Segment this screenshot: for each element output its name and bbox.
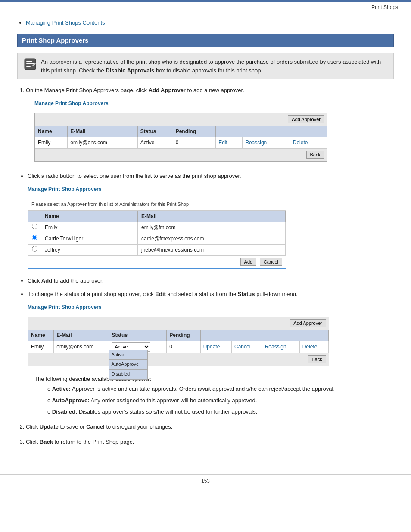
row-email-3: emily@ons.com <box>54 341 109 353</box>
radio-emily[interactable] <box>32 224 37 229</box>
status-list: Active: Approver is active and can take … <box>47 385 394 417</box>
col-actions-3 <box>200 330 328 341</box>
col-pending-3: Pending <box>167 330 200 341</box>
row-name-3: Emily <box>28 341 54 353</box>
svg-rect-4 <box>26 66 31 67</box>
radio-jeffrey[interactable] <box>32 246 37 252</box>
table1-title: Manage Print Shop Approvers <box>34 100 394 108</box>
row-name: Emily <box>35 137 68 148</box>
add-approver-button-1[interactable]: Add Approver <box>288 115 324 123</box>
row-status-edit: Active AutoApprove Disabled Active AutoA… <box>109 341 167 353</box>
status-active: Active: Approver is active and can take … <box>47 385 394 394</box>
row-reassign: Reassign <box>243 137 290 148</box>
table3-footer: Back <box>28 353 329 366</box>
add-approver-button-3[interactable]: Add Approver <box>290 319 326 327</box>
row-delete: Delete <box>290 137 327 148</box>
status-description: The following describe available status … <box>34 376 394 417</box>
col-name-2: Name <box>41 211 138 222</box>
row-email: jnebe@fmexpressions.com <box>137 245 285 256</box>
table2-note: Please select an Approver from this list… <box>28 199 286 211</box>
col-status: Status <box>137 126 173 137</box>
row-cancel: Cancel <box>232 341 262 353</box>
dropdown-option-autoapprove[interactable]: AutoApprove <box>109 360 147 370</box>
page-number: 153 <box>201 478 210 484</box>
status-dropdown[interactable]: Active AutoApprove Disabled <box>112 343 150 350</box>
breadcrumb-link[interactable]: Managing Print Shops Contents <box>26 19 105 26</box>
page-footer: 153 <box>0 474 411 488</box>
row-delete-3: Delete <box>299 341 328 353</box>
step-3: Click Back to return to the Print Shop p… <box>26 438 394 447</box>
section-header: Print Shop Approvers <box>17 34 394 47</box>
col-pending: Pending <box>173 126 215 137</box>
row-email: emily@fm.com <box>137 222 285 233</box>
table1-footer: Back <box>35 149 327 161</box>
table3-title: Manage Print Shop Approvers <box>28 303 394 311</box>
table-row: Carrie Terwilliger carrie@fmexpressions.… <box>28 233 286 244</box>
col-radio <box>28 211 41 222</box>
row-reassign-3: Reassign <box>262 341 299 353</box>
svg-rect-1 <box>26 61 32 62</box>
info-box: An approver is a representative of the p… <box>17 53 394 79</box>
steps-list: On the Manage Print Shop Approvers page,… <box>26 86 394 165</box>
row-email: emily@ons.com <box>68 137 137 148</box>
add-button[interactable]: Add <box>240 258 257 266</box>
header-title: Print Shops <box>371 4 398 10</box>
table-row: Jeffrey jnebe@fmexpressions.com <box>28 245 286 256</box>
table3-toolbar: Add Approver <box>28 317 329 330</box>
table3: Name E-Mail Status Pending Emily emily@o… <box>28 330 329 353</box>
radio-carrie[interactable] <box>32 235 37 240</box>
table2-container: Please select an Approver from this list… <box>28 199 286 269</box>
col-actions <box>216 126 327 137</box>
back-button-1[interactable]: Back <box>306 151 324 159</box>
table-row: Emily emily@ons.com Active 0 Edit Reassi… <box>35 137 327 148</box>
col-name-3: Name <box>28 330 54 341</box>
table1-container: Add Approver Name E-Mail Status Pending <box>34 113 327 162</box>
table2-title: Manage Print Shop Approvers <box>28 185 394 193</box>
steps-list-2: Click Update to save or Cancel to disreg… <box>26 423 394 447</box>
col-email-2: E-Mail <box>137 211 285 222</box>
bullets-list: Click a radio button to select one user … <box>28 172 394 370</box>
table-row: Emily emily@fm.com <box>28 222 286 233</box>
status-intro: The following describe available status … <box>34 376 394 382</box>
table2-footer: Add Cancel <box>28 256 286 268</box>
bullet-2: Click Add to add the approver. <box>28 277 394 286</box>
row-name: Emily <box>41 222 138 233</box>
table1-toolbar: Add Approver <box>35 113 327 126</box>
col-email: E-Mail <box>68 126 137 137</box>
step-2: Click Update to save or Cancel to disreg… <box>26 423 394 432</box>
table-row: Emily emily@ons.com Active AutoApprove D… <box>28 341 329 353</box>
bullet-3: To change the status of a print shop app… <box>28 290 394 370</box>
row-pending: 0 <box>173 137 215 148</box>
row-pending-3: 0 <box>167 341 200 353</box>
dropdown-open-list: Active AutoApprove Disabled <box>109 350 148 380</box>
section-title: Print Shop Approvers <box>22 37 88 44</box>
svg-rect-2 <box>26 63 34 64</box>
back-button-3[interactable]: Back <box>308 355 326 363</box>
row-edit: Edit <box>216 137 243 148</box>
row-email: carrie@fmexpressions.com <box>137 233 285 244</box>
row-update: Update <box>200 341 231 353</box>
info-box-text: An approver is a representative of the p… <box>41 58 387 75</box>
dropdown-option-disabled[interactable]: Disabled <box>109 370 147 379</box>
table2: Name E-Mail Emily emily@fm.com <box>28 211 286 256</box>
page-content: Managing Print Shops Contents Print Shop… <box>0 12 411 461</box>
dropdown-option-active[interactable]: Active <box>109 350 147 360</box>
table1: Name E-Mail Status Pending Emily emily@o… <box>35 126 327 149</box>
col-name: Name <box>35 126 68 137</box>
row-name: Carrie Terwilliger <box>41 233 138 244</box>
step-1: On the Manage Print Shop Approvers page,… <box>26 86 394 165</box>
col-status-3: Status <box>109 330 167 341</box>
status-disabled: Disabled: Disables approver's status so … <box>47 408 394 417</box>
top-bar: Print Shops <box>0 0 411 12</box>
status-autoapprove: AutoApprove: Any order assigned to this … <box>47 396 394 405</box>
note-icon <box>24 58 37 71</box>
bullet-1: Click a radio button to select one user … <box>28 172 394 272</box>
row-status: Active <box>137 137 173 148</box>
col-email-3: E-Mail <box>54 330 109 341</box>
table3-container: Add Approver Name E-Mail Status Pending <box>28 317 329 366</box>
row-name: Jeffrey <box>41 245 138 256</box>
cancel-button[interactable]: Cancel <box>260 258 282 266</box>
